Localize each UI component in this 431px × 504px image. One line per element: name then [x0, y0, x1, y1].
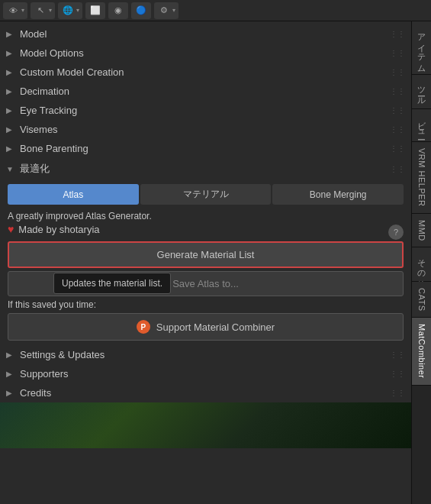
drag-handle: ⋮⋮: [390, 87, 405, 95]
sidebar-item-label: Model: [20, 28, 47, 40]
arrow-icon: ▶: [6, 68, 17, 76]
sidebar-item-decimation[interactable]: ▶ Decimation ⋮⋮: [0, 82, 411, 101]
sidebar-item-label: Custom Model Creation: [20, 66, 124, 78]
author-row: ♥ Made by shotaryia ?: [8, 223, 404, 241]
sidebar-item-model[interactable]: ▶ Model ⋮⋮: [0, 24, 411, 44]
vtab-other[interactable]: その他: [412, 247, 431, 282]
toolbar: 👁 ▾ ↖ ▾ 🌐 ▾ ⬜ ◉ 🔵 ⚙ ▾: [0, 0, 431, 21]
tabs-row: Atlas マテリアル Bone Merging: [8, 184, 404, 205]
cursor-dropdown-arrow[interactable]: ▾: [49, 7, 52, 14]
sidebar-item-visemes[interactable]: ▶ Visemes ⋮⋮: [0, 120, 411, 139]
atlas-description: A greatly improved Atlas Generator.: [8, 211, 404, 221]
globe-dropdown-arrow[interactable]: ▾: [76, 7, 79, 14]
patreon-icon: P: [137, 320, 150, 334]
arrow-icon: ▶: [6, 370, 17, 378]
if-saved-label: If this saved you time:: [8, 299, 404, 310]
sidebar: ▶ Model ⋮⋮ ▶ Model Options ⋮⋮ ▶ Custom M…: [0, 21, 411, 504]
vtab-item[interactable]: アイテム: [412, 21, 431, 75]
sidebar-item-label: Bone Parenting: [20, 143, 88, 154]
vtab-tool[interactable]: ツール: [412, 75, 431, 109]
vtab-view[interactable]: ビュー: [412, 109, 431, 143]
drag-handle: ⋮⋮: [390, 389, 405, 397]
section-title: 最適化: [20, 162, 50, 176]
tab-material[interactable]: マテリアル: [140, 184, 272, 205]
drag-handle: ⋮⋮: [390, 30, 405, 38]
tab-atlas[interactable]: Atlas: [8, 184, 139, 205]
view-dot-icon: 🔵: [134, 4, 148, 18]
drag-handle: ⋮⋮: [390, 125, 405, 134]
sidebar-item-settings[interactable]: ▶ Settings & Updates ⋮⋮: [0, 345, 411, 364]
arrow-icon: ▶: [6, 106, 17, 115]
sidebar-item-model-options[interactable]: ▶ Model Options ⋮⋮: [0, 44, 411, 63]
drag-handle: ⋮⋮: [390, 351, 405, 359]
vtab-vrm-helper[interactable]: VRM HELPER: [412, 142, 431, 214]
sidebar-item-credits[interactable]: ▶ Credits ⋮⋮: [0, 383, 411, 402]
arrow-icon: ▶: [6, 30, 17, 38]
sidebar-item-label: Visemes: [20, 124, 58, 135]
author-label: Made by shotaryia: [18, 224, 99, 235]
sidebar-item-supporters[interactable]: ▶ Supporters ⋮⋮: [0, 364, 411, 383]
sidebar-item-bone-parenting[interactable]: ▶ Bone Parenting ⋮⋮: [0, 139, 411, 158]
toolbar-group-cursor[interactable]: ↖ ▾: [31, 2, 55, 19]
arrow-icon: ▶: [6, 351, 17, 359]
vtab-mmd[interactable]: MMD: [412, 214, 431, 248]
generate-material-list-button[interactable]: Generate Material List: [8, 241, 404, 268]
cursor-icon: ↖: [34, 4, 47, 18]
expand-arrow-icon: ▼: [6, 165, 17, 173]
tab-bone-merging[interactable]: Bone Merging: [272, 184, 404, 205]
sidebar-item-label: Decimation: [20, 86, 69, 97]
sidebar-item-eye-tracking[interactable]: ▶ Eye Tracking ⋮⋮: [0, 101, 411, 120]
view-square-icon: ⬜: [88, 4, 102, 18]
arrow-icon: ▶: [6, 389, 17, 397]
arrow-icon: ▶: [6, 49, 17, 57]
sidebar-item-label: Supporters: [20, 368, 69, 380]
sidebar-item-label: Model Options: [20, 47, 84, 59]
toolbar-group-view2[interactable]: ◉: [108, 2, 128, 19]
eye-icon: 👁: [6, 4, 20, 18]
support-label: Support Material Combiner: [156, 321, 275, 333]
tooltip-box: Updates the material list.: [53, 273, 171, 294]
arrow-icon: ▶: [6, 144, 17, 153]
arrow-icon: ▶: [6, 87, 17, 95]
toolbar-group-globe[interactable]: 🌐 ▾: [58, 2, 82, 19]
expanded-section: ▼ 最適化 ⋮⋮ Atlas マテリアル Bone Merging A grea…: [0, 158, 411, 345]
help-button[interactable]: ?: [388, 225, 404, 240]
eye-dropdown-arrow[interactable]: ▾: [21, 7, 24, 14]
vtab-cats[interactable]: CATS: [412, 282, 431, 318]
main-layout: ▶ Model ⋮⋮ ▶ Model Options ⋮⋮ ▶ Custom M…: [0, 21, 431, 504]
sidebar-item-label: Eye Tracking: [20, 105, 77, 116]
vtab-matcombiner[interactable]: MatCombiner: [412, 318, 431, 386]
heart-icon: ♥: [8, 223, 14, 235]
arrow-icon: ▶: [6, 125, 17, 134]
toolbar-group-eye[interactable]: 👁 ▾: [3, 2, 27, 19]
sidebar-item-label: Credits: [20, 387, 51, 399]
author-heart-row: ♥ Made by shotaryia: [8, 223, 100, 235]
drag-handle: ⋮⋮: [390, 144, 405, 153]
right-tabs-panel: アイテム ツール ビュー VRM HELPER MMD その他 CATS Mat…: [411, 21, 431, 504]
globe-icon: 🌐: [61, 4, 75, 18]
drag-handle: ⋮⋮: [390, 370, 405, 378]
bottom-gradient: [0, 402, 411, 448]
support-material-combiner-button[interactable]: P Support Material Combiner: [8, 313, 404, 341]
drag-handle: ⋮⋮: [390, 68, 405, 76]
drag-handle: ⋮⋮: [390, 49, 405, 57]
view-circle-icon: ◉: [111, 4, 125, 18]
drag-handle: ⋮⋮: [390, 106, 405, 115]
toolbar-group-view1[interactable]: ⬜: [85, 2, 105, 19]
toolbar-group-view3[interactable]: 🔵: [131, 2, 151, 19]
sidebar-item-custom-model[interactable]: ▶ Custom Model Creation ⋮⋮: [0, 63, 411, 82]
settings-dropdown-arrow[interactable]: ▾: [172, 7, 175, 14]
section-header-optimize[interactable]: ▼ 最適化 ⋮⋮: [0, 158, 411, 179]
section-content: Atlas マテリアル Bone Merging A greatly impro…: [0, 179, 411, 345]
drag-handle: ⋮⋮: [390, 165, 405, 173]
toolbar-group-settings[interactable]: ⚙ ▾: [154, 2, 179, 19]
sidebar-item-label: Settings & Updates: [20, 349, 105, 360]
settings-icon: ⚙: [157, 4, 171, 18]
save-tooltip-container: Save Atlas to... Updates the material li…: [8, 271, 404, 296]
bottom-preview-area: [0, 402, 411, 448]
